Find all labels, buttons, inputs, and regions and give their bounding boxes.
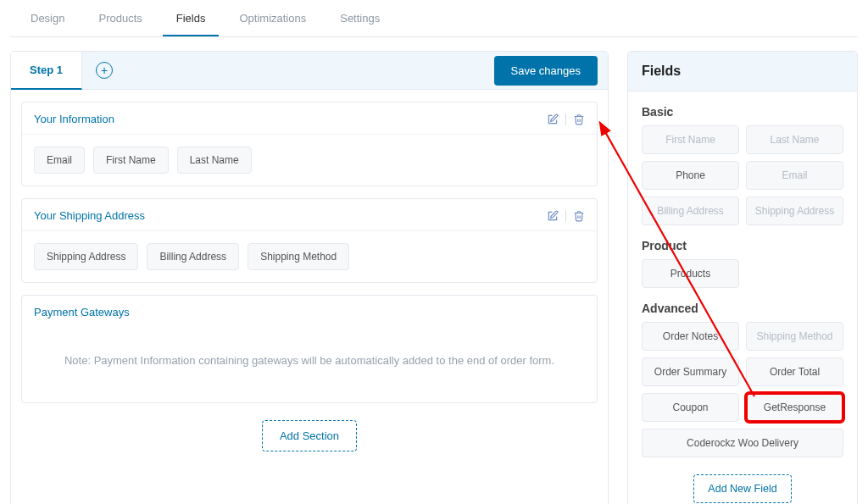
form-builder-panel: Step 1 + Save changes Your Information — [10, 51, 609, 504]
pill-coderockz-woo-delivery[interactable]: Coderockz Woo Delivery — [642, 429, 843, 457]
pill-order-total[interactable]: Order Total — [746, 357, 843, 386]
pill-phone[interactable]: Phone — [642, 161, 739, 190]
field-email[interactable]: Email — [34, 147, 85, 174]
section-title: Payment Gateways — [34, 306, 130, 318]
tab-products[interactable]: Products — [85, 0, 155, 36]
plus-icon: + — [101, 64, 108, 76]
field-first-name[interactable]: First Name — [93, 147, 169, 174]
pill-order-notes[interactable]: Order Notes — [642, 322, 739, 351]
tab-settings[interactable]: Settings — [326, 0, 393, 36]
edit-icon[interactable] — [547, 114, 559, 125]
section-actions — [547, 114, 585, 125]
step-tab-1[interactable]: Step 1 — [11, 52, 82, 90]
category-advanced: Advanced — [628, 288, 857, 322]
section-your-information: Your Information Email First Name L — [21, 102, 598, 186]
tab-design[interactable]: Design — [17, 0, 78, 36]
add-section-button[interactable]: Add Section — [262, 420, 357, 451]
category-basic: Basic — [628, 91, 857, 125]
section-payment-gateways: Payment Gateways Note: Payment Informati… — [21, 295, 598, 403]
payment-note: Note: Payment Information containing gat… — [22, 327, 597, 402]
top-tabs: Design Products Fields Optimizations Set… — [10, 0, 858, 37]
step-bar: Step 1 + Save changes — [11, 52, 608, 90]
section-actions — [547, 210, 585, 222]
field-last-name[interactable]: Last Name — [177, 147, 252, 174]
trash-icon[interactable] — [573, 114, 585, 125]
section-shipping-address: Your Shipping Address Shipping Address B… — [21, 198, 598, 283]
pill-getresponse[interactable]: GetResponse — [746, 393, 843, 422]
trash-icon[interactable] — [573, 210, 585, 222]
steps-list: Step 1 + — [11, 52, 113, 89]
pill-billing-address[interactable]: Billing Address — [642, 197, 739, 225]
pill-order-summary[interactable]: Order Summary — [642, 357, 739, 386]
field-shipping-address[interactable]: Shipping Address — [34, 243, 138, 270]
section-title: Your Shipping Address — [34, 209, 145, 222]
add-field-button[interactable]: Add New Field — [693, 474, 791, 503]
separator — [565, 114, 566, 125]
tab-fields[interactable]: Fields — [163, 0, 220, 36]
section-title: Your Information — [34, 113, 114, 125]
edit-icon[interactable] — [547, 210, 559, 222]
pill-shipping-method[interactable]: Shipping Method — [746, 322, 843, 351]
fields-panel-title: Fields — [628, 52, 857, 91]
add-step-button[interactable]: + — [96, 62, 113, 79]
pill-first-name[interactable]: First Name — [642, 125, 739, 154]
fields-panel: Fields Basic First Name Last Name Phone … — [627, 51, 858, 504]
pill-email[interactable]: Email — [746, 161, 843, 190]
field-billing-address[interactable]: Billing Address — [147, 243, 239, 270]
category-product: Product — [628, 225, 857, 259]
pill-last-name[interactable]: Last Name — [746, 125, 843, 154]
save-button[interactable]: Save changes — [494, 56, 598, 86]
pill-products[interactable]: Products — [642, 259, 739, 288]
pill-coupon[interactable]: Coupon — [642, 393, 739, 422]
field-shipping-method[interactable]: Shipping Method — [248, 243, 349, 270]
pill-shipping-address[interactable]: Shipping Address — [746, 197, 843, 225]
tab-optimizations[interactable]: Optimizations — [225, 0, 320, 36]
separator — [565, 210, 566, 222]
